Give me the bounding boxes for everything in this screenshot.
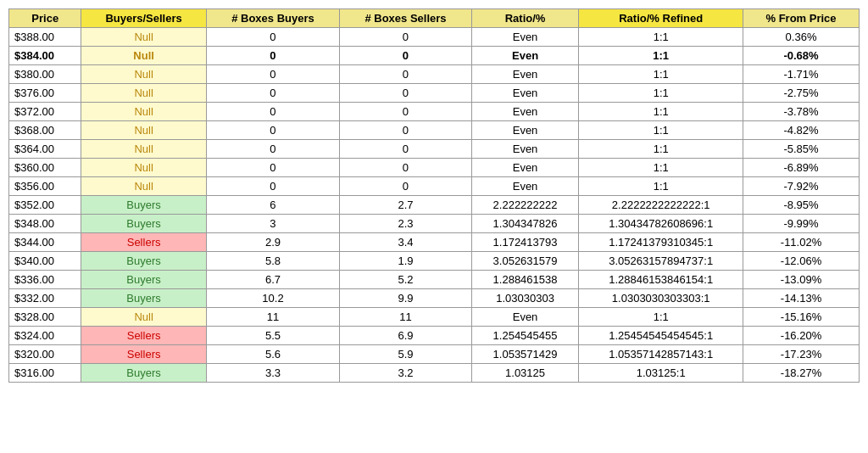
- cell-ratio: Even: [471, 121, 579, 140]
- cell-box-buyers: 0: [206, 177, 340, 196]
- col-header-ratio: Ratio/%: [471, 9, 579, 28]
- cell-ratio-refined: 1.25454545454545:1: [579, 327, 743, 345]
- cell-price: $328.00: [9, 308, 81, 327]
- table-row: $360.00Null00Even1:1-6.89%: [9, 159, 860, 177]
- cell-box-buyers: 2.9: [206, 233, 340, 252]
- cell-price: $356.00: [9, 177, 81, 196]
- cell-buyers-sellers: Null: [81, 177, 206, 196]
- cell-box-buyers: 0: [206, 47, 340, 65]
- cell-buyers-sellers: Sellers: [81, 233, 206, 252]
- table-row: $372.00Null00Even1:1-3.78%: [9, 103, 860, 121]
- col-header-buyers-sellers: Buyers/Sellers: [81, 9, 206, 28]
- cell-buyers-sellers: Null: [81, 28, 206, 47]
- cell-from-price: -12.06%: [743, 252, 860, 271]
- cell-ratio-refined: 1.30434782608696:1: [579, 215, 743, 233]
- table-row: $348.00Buyers32.31.3043478261.3043478260…: [9, 215, 860, 233]
- table-row: $320.00Sellers5.65.91.0535714291.0535714…: [9, 345, 860, 364]
- table-row: $384.00Null00Even1:1-0.68%: [9, 47, 860, 65]
- cell-buyers-sellers: Sellers: [81, 327, 206, 345]
- cell-buyers-sellers: Null: [81, 140, 206, 159]
- cell-box-sellers: 0: [340, 103, 471, 121]
- cell-price: $344.00: [9, 233, 81, 252]
- cell-box-sellers: 0: [340, 84, 471, 103]
- cell-buyers-sellers: Null: [81, 47, 206, 65]
- cell-ratio-refined: 1:1: [579, 308, 743, 327]
- col-header-box-buyers: # Boxes Buyers: [206, 9, 340, 28]
- cell-from-price: -15.16%: [743, 308, 860, 327]
- table-row: $380.00Null00Even1:1-1.71%: [9, 65, 860, 84]
- cell-price: $376.00: [9, 84, 81, 103]
- cell-from-price: -0.68%: [743, 47, 860, 65]
- col-header-from-price: % From Price: [743, 9, 860, 28]
- cell-price: $332.00: [9, 289, 81, 308]
- cell-buyers-sellers: Buyers: [81, 196, 206, 215]
- cell-box-buyers: 5.6: [206, 345, 340, 364]
- cell-price: $316.00: [9, 364, 81, 383]
- cell-box-sellers: 5.2: [340, 271, 471, 289]
- cell-box-buyers: 10.2: [206, 289, 340, 308]
- table-row: $388.00Null00Even1:10.36%: [9, 28, 860, 47]
- header-row: Price Buyers/Sellers # Boxes Buyers # Bo…: [9, 9, 860, 28]
- cell-price: $384.00: [9, 47, 81, 65]
- cell-price: $352.00: [9, 196, 81, 215]
- table-row: $368.00Null00Even1:1-4.82%: [9, 121, 860, 140]
- cell-buyers-sellers: Buyers: [81, 289, 206, 308]
- cell-box-buyers: 0: [206, 159, 340, 177]
- cell-ratio-refined: 1:1: [579, 159, 743, 177]
- cell-box-buyers: 5.5: [206, 327, 340, 345]
- cell-ratio-refined: 1:1: [579, 121, 743, 140]
- cell-box-buyers: 11: [206, 308, 340, 327]
- cell-ratio: Even: [471, 65, 579, 84]
- cell-box-sellers: 11: [340, 308, 471, 327]
- cell-price: $388.00: [9, 28, 81, 47]
- cell-box-sellers: 5.9: [340, 345, 471, 364]
- cell-buyers-sellers: Sellers: [81, 345, 206, 364]
- cell-buyers-sellers: Null: [81, 84, 206, 103]
- cell-buyers-sellers: Null: [81, 159, 206, 177]
- cell-box-sellers: 0: [340, 121, 471, 140]
- cell-box-buyers: 0: [206, 121, 340, 140]
- col-header-ratio-refined: Ratio/% Refined: [579, 9, 743, 28]
- cell-ratio-refined: 3.05263157894737:1: [579, 252, 743, 271]
- cell-ratio: Even: [471, 47, 579, 65]
- cell-box-sellers: 0: [340, 177, 471, 196]
- cell-ratio: Even: [471, 177, 579, 196]
- cell-ratio: 1.172413793: [471, 233, 579, 252]
- cell-box-buyers: 5.8: [206, 252, 340, 271]
- cell-box-buyers: 6: [206, 196, 340, 215]
- table-row: $324.00Sellers5.56.91.2545454551.2545454…: [9, 327, 860, 345]
- cell-buyers-sellers: Buyers: [81, 215, 206, 233]
- cell-buyers-sellers: Null: [81, 103, 206, 121]
- cell-ratio-refined: 2.2222222222222:1: [579, 196, 743, 215]
- cell-box-sellers: 0: [340, 47, 471, 65]
- main-table: Price Buyers/Sellers # Boxes Buyers # Bo…: [8, 8, 860, 383]
- cell-box-sellers: 2.7: [340, 196, 471, 215]
- cell-price: $320.00: [9, 345, 81, 364]
- cell-price: $336.00: [9, 271, 81, 289]
- cell-ratio-refined: 1:1: [579, 140, 743, 159]
- cell-price: $364.00: [9, 140, 81, 159]
- cell-ratio: 1.03125: [471, 364, 579, 383]
- cell-ratio: 1.254545455: [471, 327, 579, 345]
- cell-from-price: -7.92%: [743, 177, 860, 196]
- cell-ratio-refined: 1:1: [579, 28, 743, 47]
- cell-price: $340.00: [9, 252, 81, 271]
- cell-buyers-sellers: Null: [81, 65, 206, 84]
- table-row: $344.00Sellers2.93.41.1724137931.1724137…: [9, 233, 860, 252]
- cell-ratio-refined: 1.05357142857143:1: [579, 345, 743, 364]
- cell-box-buyers: 0: [206, 65, 340, 84]
- cell-price: $348.00: [9, 215, 81, 233]
- cell-price: $368.00: [9, 121, 81, 140]
- cell-box-sellers: 1.9: [340, 252, 471, 271]
- cell-ratio-refined: 1:1: [579, 47, 743, 65]
- cell-ratio: Even: [471, 308, 579, 327]
- table-row: $316.00Buyers3.33.21.031251.03125:1-18.2…: [9, 364, 860, 383]
- cell-ratio: Even: [471, 28, 579, 47]
- cell-box-buyers: 0: [206, 140, 340, 159]
- table-row: $328.00Null1111Even1:1-15.16%: [9, 308, 860, 327]
- cell-box-buyers: 0: [206, 28, 340, 47]
- cell-ratio-refined: 1.0303030303303:1: [579, 289, 743, 308]
- cell-ratio: 1.304347826: [471, 215, 579, 233]
- cell-box-sellers: 0: [340, 159, 471, 177]
- cell-from-price: -16.20%: [743, 327, 860, 345]
